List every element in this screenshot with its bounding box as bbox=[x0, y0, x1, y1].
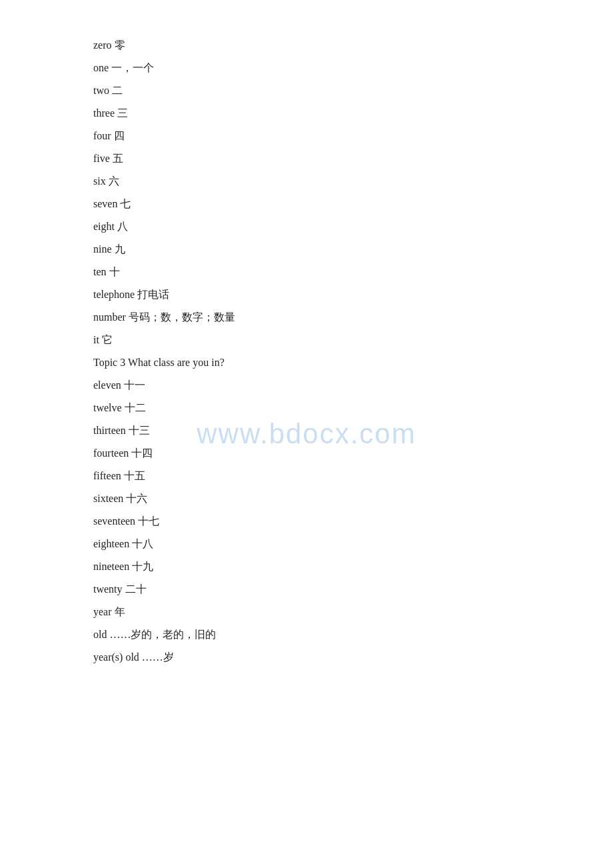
list-item-eight: eight 八 bbox=[93, 221, 520, 232]
list-item-twenty: twenty 二十 bbox=[93, 584, 520, 595]
list-item-five: five 五 bbox=[93, 153, 520, 164]
list-item-telephone: telephone 打电话 bbox=[93, 289, 520, 300]
list-item-nine: nine 九 bbox=[93, 244, 520, 255]
list-item-seven: seven 七 bbox=[93, 199, 520, 209]
list-item-sixteen: sixteen 十六 bbox=[93, 493, 520, 504]
list-item-zero: zero 零 bbox=[93, 40, 520, 51]
list-item-one: one 一，一个 bbox=[93, 63, 520, 73]
list-item-nineteen: nineteen 十九 bbox=[93, 561, 520, 572]
list-item-twelve: twelve 十二 bbox=[93, 403, 520, 413]
list-item-six: six 六 bbox=[93, 176, 520, 187]
list-item-it: it 它 bbox=[93, 335, 520, 345]
list-item-eleven: eleven 十一 bbox=[93, 380, 520, 391]
list-item-four: four 四 bbox=[93, 131, 520, 141]
list-item-ten: ten 十 bbox=[93, 267, 520, 277]
list-item-seventeen: seventeen 十七 bbox=[93, 516, 520, 527]
list-item-year: year 年 bbox=[93, 607, 520, 617]
list-item-fifteen: fifteen 十五 bbox=[93, 471, 520, 481]
list-item-years-old: year(s) old ……岁 bbox=[93, 652, 520, 663]
list-item-fourteen: fourteen 十四 bbox=[93, 448, 520, 459]
topic-header: Topic 3 What class are you in? bbox=[93, 357, 520, 368]
list-item-number: number 号码；数，数字；数量 bbox=[93, 312, 520, 323]
list-item-eighteen: eighteen 十八 bbox=[93, 539, 520, 549]
page-content: zero 零 one 一，一个 two 二 three 三 four 四 fiv… bbox=[0, 0, 613, 715]
list-item-two: two 二 bbox=[93, 85, 520, 96]
list-item-thirteen: thirteen 十三 bbox=[93, 425, 520, 436]
list-item-three: three 三 bbox=[93, 108, 520, 119]
list-item-old: old ……岁的，老的，旧的 bbox=[93, 629, 520, 640]
